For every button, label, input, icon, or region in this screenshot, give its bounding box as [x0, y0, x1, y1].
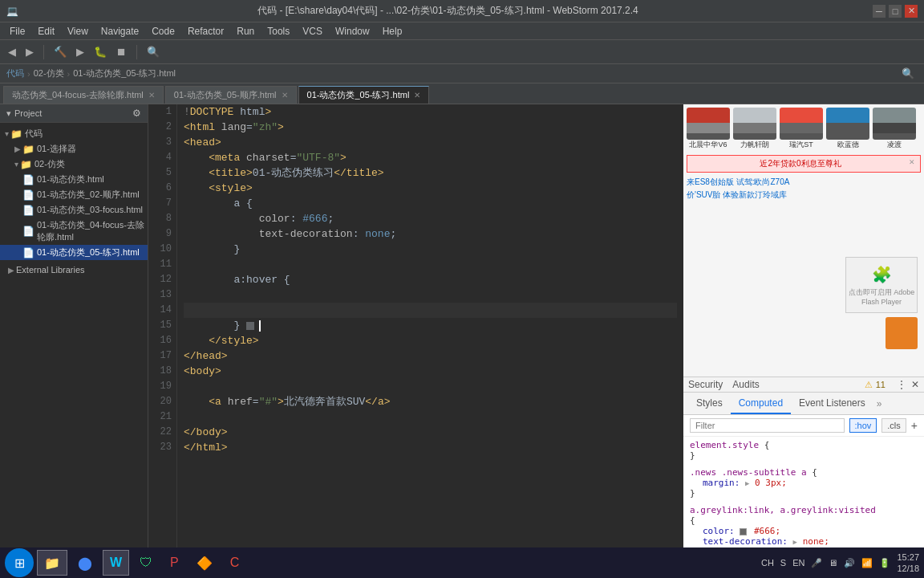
tree-folder-selectors[interactable]: ▶ 📁 01-选择器 [0, 141, 148, 157]
menu-run[interactable]: Run [230, 22, 261, 39]
menu-edit[interactable]: Edit [31, 22, 61, 39]
code-line-16: </style> [184, 333, 677, 348]
tab-exercise-close[interactable]: ✕ [414, 91, 420, 100]
tree-file-pseudo-5[interactable]: 📄 01-动态仿类_05-练习.html [0, 245, 148, 260]
code-editor[interactable]: 1 2 3 4 5 6 7 8 9 10 11 12 13 14 15 16 1… [148, 104, 683, 560]
ad-close[interactable]: ✕ [909, 158, 915, 166]
tab-order-close[interactable]: ✕ [282, 91, 288, 100]
menu-code[interactable]: Code [145, 22, 181, 39]
taskbar-item-shield[interactable]: 🛡 [132, 550, 160, 576]
tab-order-html[interactable]: 01-动态伪类_05-顺序.html ✕ [165, 86, 297, 104]
breadcrumb-item-folder[interactable]: 02-仿类 [34, 67, 64, 79]
tree-file-pseudo-1[interactable]: 📄 01-动态仿类.html [0, 172, 148, 187]
expand-margin[interactable]: ▶ [745, 479, 749, 487]
taskbar-item-webstorm[interactable]: W [103, 550, 129, 576]
breadcrumb-bar: 代码 › 02-仿类 › 01-动态伪类_05-练习.html 🔍 [0, 64, 924, 83]
rule-greylink-textdec: text-decoration: ▶ none; [690, 536, 918, 547]
tray-volume[interactable]: 🔊 [844, 558, 855, 568]
shield-icon: 🛡 [140, 556, 152, 570]
taskbar-item-powerpoint[interactable]: P [163, 550, 186, 576]
filter-cls-btn[interactable]: .cls [881, 418, 906, 433]
code-line-14[interactable] [184, 303, 677, 318]
toolbar-stop[interactable]: ⏹ [113, 44, 130, 59]
menu-vcs[interactable]: VCS [296, 22, 329, 39]
rule-news-close: } [690, 488, 918, 499]
taskbar-tray: CH S EN 🎤 🖥 🔊 📶 🔋 15:27 12/18 [761, 552, 919, 575]
menu-refactor[interactable]: Refactor [181, 22, 230, 39]
taskbar-item-camtasia[interactable]: C [223, 550, 247, 576]
news-item-1[interactable]: 来ES8创始版 试驾:欧尚Z70A [687, 176, 921, 189]
tray-ime[interactable]: S [780, 558, 786, 568]
devtools-audits-tab[interactable]: Audits [732, 379, 759, 390]
tray-clock[interactable]: 15:27 12/18 [897, 552, 919, 575]
toolbar-search-bar[interactable]: 🔍 [898, 66, 918, 81]
taskbar-item-chrome[interactable]: ⬤ [71, 550, 99, 576]
code-content[interactable]: !DOCTYPE html> <html lang="zh"> <head> <… [177, 104, 683, 560]
toolbar-search[interactable]: 🔍 [144, 44, 163, 59]
menu-window[interactable]: Window [329, 22, 376, 39]
tree-external-libs[interactable]: ▶ External Libraries [0, 263, 148, 276]
tray-mic[interactable]: 🎤 [811, 558, 822, 568]
menu-view[interactable]: View [61, 22, 95, 39]
filter-input[interactable] [690, 418, 845, 433]
tree-file-pseudo-2[interactable]: 📄 01-动态仿类_02-顺序.html [0, 187, 148, 202]
maximize-button[interactable]: □ [889, 5, 902, 18]
tray-battery[interactable]: 🔋 [879, 558, 890, 568]
toolbar-build[interactable]: 🔨 [51, 44, 70, 59]
orange-button[interactable] [886, 317, 918, 349]
start-button[interactable]: ⊞ [5, 548, 34, 577]
expand-textdec[interactable]: ▶ [793, 538, 797, 546]
taskbar-item-vlc[interactable]: 🔶 [189, 550, 220, 576]
tab-focus-close[interactable]: ✕ [148, 91, 155, 100]
toolbar-forward[interactable]: ▶ [22, 44, 37, 59]
sidebar-header[interactable]: ▾ Project ⚙ [0, 104, 148, 123]
rule-greylink-brace: { [690, 515, 918, 526]
ln-22: 22 [153, 425, 172, 440]
tab-exercise-html[interactable]: 01-动态仿类_05-练习.html ✕ [298, 86, 430, 104]
sidebar-settings-icon[interactable]: ⚙ [132, 108, 141, 119]
news-item-2[interactable]: 价'SUV胎 体验新款汀玲域库 [687, 189, 921, 201]
tab-focus-html[interactable]: 动态伪类_04-focus-去除轮廓.html ✕ [3, 86, 164, 104]
explorer-icon: 📁 [44, 556, 60, 571]
devtools-tab-computed[interactable]: Computed [731, 393, 791, 414]
menu-navigate[interactable]: Navigate [95, 22, 145, 39]
code-line-8: color: #666; [184, 211, 677, 226]
filter-add-btn[interactable]: + [911, 419, 918, 432]
root-folder-icon: 📁 [10, 128, 22, 140]
devtools-security-tab[interactable]: Security [688, 379, 723, 390]
devtools-tab-styles[interactable]: Styles [688, 393, 731, 414]
prop-textdec-value: none; [803, 536, 829, 547]
menu-tools[interactable]: Tools [261, 22, 296, 39]
tray-lang-ch[interactable]: CH [761, 558, 774, 568]
tray-display[interactable]: 🖥 [829, 558, 837, 568]
menu-file[interactable]: File [3, 22, 31, 39]
car-item-4: 欧蓝德 [826, 108, 869, 150]
tree-root[interactable]: ▾ 📁 代码 [0, 126, 148, 141]
style-rule-element: element.style { } [690, 440, 918, 461]
close-button[interactable]: ✕ [905, 5, 918, 18]
toolbar-run[interactable]: ▶ [73, 44, 87, 59]
browser-preview: 北晨中华V6 力帆轩朗 瑞汽ST 欧蓝德 [683, 104, 924, 377]
taskbar-item-explorer[interactable]: 📁 [37, 550, 67, 576]
tray-en[interactable]: EN [792, 558, 804, 568]
tree-folder-pseudo[interactable]: ▾ 📁 02-仿类 [0, 157, 148, 172]
devtools-tab-more[interactable]: » [877, 398, 882, 409]
tree-file-pseudo-3[interactable]: 📄 01-动态仿类_03-focus.html [0, 202, 148, 218]
breadcrumb-sep-1: › [27, 69, 30, 79]
ln-9: 9 [153, 226, 172, 242]
main-layout: ▾ Project ⚙ ▾ 📁 代码 ▶ 📁 01-选择器 ▾ 📁 [0, 104, 924, 560]
devtools-more-icon[interactable]: ⋮ [897, 379, 906, 390]
brace-open-element: { [764, 440, 770, 450]
toolbar-debug[interactable]: 🐛 [91, 44, 110, 59]
breadcrumb-item-root[interactable]: 代码 [6, 67, 24, 79]
toolbar-back[interactable]: ◀ [5, 44, 19, 59]
minimize-button[interactable]: ─ [873, 5, 886, 18]
tray-network[interactable]: 📶 [861, 558, 873, 568]
code-line-19 [184, 379, 677, 394]
devtools-tab-event-listeners[interactable]: Event Listeners [791, 393, 873, 414]
breadcrumb-item-file[interactable]: 01-动态伪类_05-练习.html [73, 67, 176, 79]
devtools-close-icon[interactable]: ✕ [911, 379, 919, 390]
filter-hov-btn[interactable]: :hov [849, 418, 877, 433]
tree-file-pseudo-4[interactable]: 📄 01-动态仿类_04-focus-去除轮廓.html [0, 218, 148, 245]
menu-help[interactable]: Help [376, 22, 409, 39]
